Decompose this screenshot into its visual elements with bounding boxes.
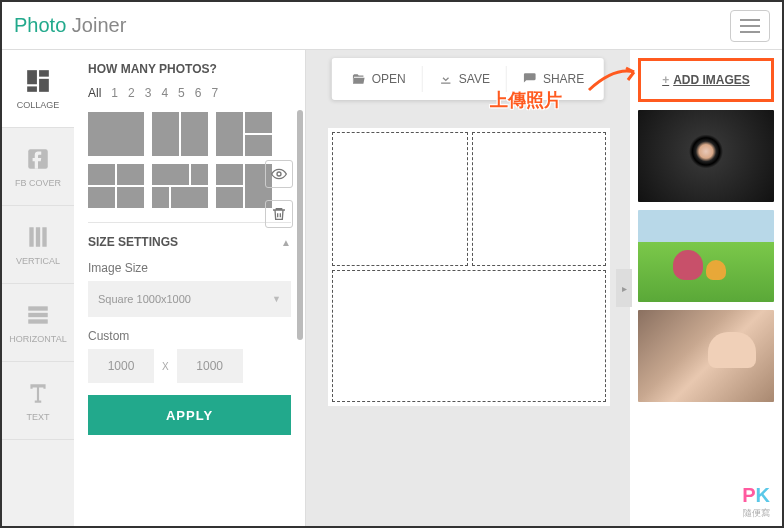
svg-rect-6 [36, 227, 40, 247]
sidebar-label: FB COVER [15, 178, 61, 188]
svg-rect-8 [28, 306, 48, 310]
eye-icon [271, 166, 287, 182]
chevron-up-icon: ▲ [281, 237, 291, 248]
save-button[interactable]: SAVE [423, 66, 507, 92]
sidebar-label: HORIZONTAL [9, 334, 66, 344]
folder-open-icon [352, 72, 366, 86]
expand-handle[interactable]: ▸ [616, 269, 632, 307]
template-item[interactable] [216, 164, 272, 208]
svg-rect-1 [39, 70, 49, 77]
text-icon [25, 380, 51, 406]
download-icon [439, 72, 453, 86]
svg-rect-7 [42, 227, 46, 247]
settings-panel: HOW MANY PHOTOS? All 1 2 3 4 5 6 7 SIZE … [74, 50, 306, 526]
svg-rect-9 [28, 312, 48, 316]
image-size-select[interactable]: Square 1000x1000 ▼ [88, 281, 291, 317]
images-panel: + ADD IMAGES [630, 50, 782, 526]
sidebar-label: TEXT [26, 412, 49, 422]
open-button[interactable]: OPEN [336, 66, 423, 92]
photo-count-filter: All 1 2 3 4 5 6 7 [88, 86, 291, 100]
custom-height-input[interactable] [177, 349, 243, 383]
template-item[interactable] [88, 164, 144, 208]
svg-rect-2 [39, 78, 49, 91]
collage-canvas[interactable] [328, 128, 610, 406]
image-size-label: Image Size [88, 261, 291, 275]
svg-point-11 [277, 172, 281, 176]
sidebar-item-fbcover[interactable]: FB COVER [2, 128, 74, 206]
size-settings-title: SIZE SETTINGS [88, 235, 178, 249]
topbar: Photo Joiner [2, 2, 782, 50]
add-images-button[interactable]: + ADD IMAGES [638, 58, 774, 102]
filter-3[interactable]: 3 [145, 86, 152, 100]
facebook-icon [25, 146, 51, 172]
filter-5[interactable]: 5 [178, 86, 185, 100]
menu-button[interactable] [730, 10, 770, 42]
open-label: OPEN [372, 72, 406, 86]
template-item[interactable] [152, 112, 208, 156]
svg-rect-10 [28, 319, 48, 323]
filter-1[interactable]: 1 [111, 86, 118, 100]
dimension-x: X [162, 361, 169, 372]
delete-button[interactable] [265, 200, 293, 228]
custom-size-row: X [88, 349, 291, 383]
custom-width-input[interactable] [88, 349, 154, 383]
filter-7[interactable]: 7 [211, 86, 218, 100]
divider [88, 222, 291, 223]
share-button[interactable]: SHARE [507, 66, 600, 92]
panel-title: HOW MANY PHOTOS? [88, 62, 291, 76]
plus-icon: + [662, 73, 669, 87]
image-thumbnail[interactable] [638, 110, 774, 202]
scrollbar[interactable] [297, 110, 303, 340]
svg-rect-5 [29, 227, 33, 247]
sidebar-item-collage[interactable]: COLLAGE [2, 50, 74, 128]
size-settings-header[interactable]: SIZE SETTINGS ▲ [88, 235, 291, 249]
image-thumbnail[interactable] [638, 310, 774, 402]
sidebar: COLLAGE FB COVER VERTICAL HORIZONTAL TEX… [2, 50, 74, 526]
logo-part2: Joiner [72, 14, 126, 36]
preview-button[interactable] [265, 160, 293, 188]
add-images-label: ADD IMAGES [673, 73, 750, 87]
image-size-value: Square 1000x1000 [98, 293, 191, 305]
template-item[interactable] [88, 112, 144, 156]
filter-6[interactable]: 6 [195, 86, 202, 100]
sidebar-label: VERTICAL [16, 256, 60, 266]
vertical-icon [25, 224, 51, 250]
filter-all[interactable]: All [88, 86, 101, 100]
action-toolbar: OPEN SAVE SHARE [332, 58, 604, 100]
image-thumbnail[interactable] [638, 210, 774, 302]
trash-icon [271, 206, 287, 222]
logo-part1: Photo [14, 14, 66, 36]
sidebar-item-vertical[interactable]: VERTICAL [2, 206, 74, 284]
template-grid [88, 112, 291, 208]
apply-button[interactable]: APPLY [88, 395, 291, 435]
share-label: SHARE [543, 72, 584, 86]
svg-rect-0 [27, 70, 37, 84]
share-icon [523, 72, 537, 86]
template-tools [265, 160, 293, 228]
filter-4[interactable]: 4 [161, 86, 168, 100]
sidebar-item-text[interactable]: TEXT [2, 362, 74, 440]
chevron-down-icon: ▼ [272, 294, 281, 304]
canvas-area: OPEN SAVE SHARE ▸ [306, 50, 630, 526]
collage-cell[interactable] [332, 132, 468, 266]
main: COLLAGE FB COVER VERTICAL HORIZONTAL TEX… [2, 50, 782, 526]
filter-2[interactable]: 2 [128, 86, 135, 100]
svg-rect-3 [27, 86, 37, 91]
sidebar-item-horizontal[interactable]: HORIZONTAL [2, 284, 74, 362]
collage-cell[interactable] [332, 270, 606, 402]
custom-label: Custom [88, 329, 291, 343]
template-item[interactable] [152, 164, 208, 208]
sidebar-label: COLLAGE [17, 100, 60, 110]
logo: Photo Joiner [14, 14, 126, 37]
template-item[interactable] [216, 112, 272, 156]
horizontal-icon [25, 302, 51, 328]
save-label: SAVE [459, 72, 490, 86]
collage-cell[interactable] [472, 132, 606, 266]
collage-icon [25, 68, 51, 94]
